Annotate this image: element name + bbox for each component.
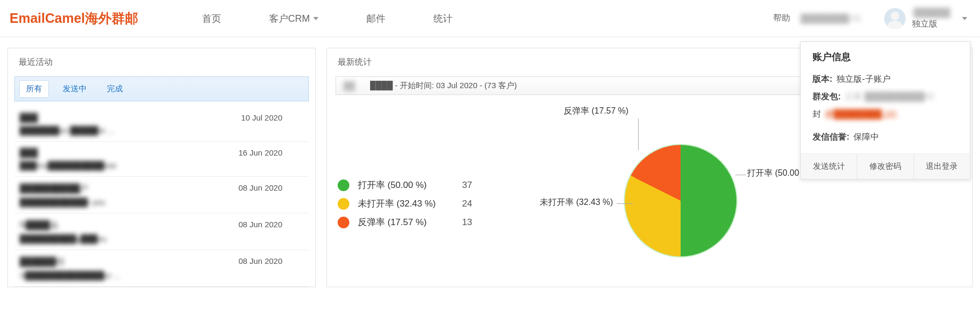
top-header: EmailCamel海外群邮 首页 客户CRM 邮件 统计 帮助 ███████… [0,0,980,37]
pie-label-bounce: 反弹率 (17.57 %) [564,106,629,117]
top-nav: 首页 客户CRM 邮件 统计 [202,12,453,25]
activity-title: N████会 [20,220,106,231]
seal-label: 封 [813,109,821,120]
legend-unopen: 未打开率 (32.43 %) 24 [338,194,502,213]
pie-chart: 反弹率 (17.57 %) 未打开率 (32.43 %) 打开率 (50.00 … [524,112,752,271]
leader-line [735,175,746,175]
seal-link[interactable]: 赠████████.24) [825,109,897,120]
activity-subtitle: ████████████r you [20,198,105,207]
logout-button[interactable]: 退出登录 [914,154,970,179]
send-stats-button[interactable]: 发送统计 [801,154,857,179]
activity-date: 08 Jun 2020 [238,220,304,243]
activity-subtitle: ███████ce █████re ... [20,126,114,135]
activity-title: ███ [20,113,114,123]
change-password-button[interactable]: 修改密码 [857,154,913,179]
user-plan: 独立版 [912,19,950,30]
popover-title: 账户信息 [813,50,958,63]
tab-sending[interactable]: 发送中 [56,81,93,97]
popover-buttons: 发送统计 修改密码 退出登录 [801,153,970,179]
nav-crm[interactable]: 客户CRM [269,12,319,25]
nav-stats[interactable]: 统计 [433,12,453,25]
activity-date: 10 Jul 2020 [241,113,304,135]
legend-open-value: 37 [462,180,472,191]
legend-unopen-label: 未打开率 (32.43 %) [358,198,454,210]
activity-title: ███ [20,148,116,158]
activity-tabs: 所有 发送中 完成 [14,76,309,101]
dot-icon [338,217,349,228]
activity-subtitle: S██████████████ur ... [20,271,120,280]
user-name: i██████ [912,7,950,19]
version-value: 独立版-子账户 [836,74,890,85]
legend-bounce: 反弹率 (17.57 %) 13 [338,213,502,231]
leader-line [638,118,639,150]
activity-title: ██████████户 [20,183,105,194]
help-link[interactable]: 帮助 [773,13,790,24]
info-seal: 封 赠████████.24) [813,106,958,123]
activity-subtitle: ███mu██████████vist [20,161,116,170]
activity-row[interactable]: ███ ███mu██████████vist 16 Jun 2020 [14,142,309,177]
avatar-icon [884,8,906,29]
activity-date: 16 Jun 2020 [238,148,304,170]
version-label: 版本: [813,74,832,85]
legend-open: 打开率 (50.00 %) 37 [338,176,502,194]
app-logo[interactable]: EmailCamel海外群邮 [10,10,138,27]
info-version: 版本: 独立版-子账户 [813,71,958,88]
header-masked-text: ████████24) [801,14,861,23]
chevron-down-icon [313,17,319,20]
quota-value: 总量 ██████████40 [845,91,934,102]
campaign-selector-label: ████ - 开始时间: 03 Jul 2020 - (73 客户) [370,81,517,91]
recent-activity-title: 最近活动 [8,48,315,76]
chevron-down-icon [962,17,967,20]
header-right: 帮助 ████████24) i██████ 独立版 [773,7,980,30]
info-quota: 群发包: 总量 ██████████40 [813,88,958,106]
legend-bounce-value: 13 [462,217,472,228]
info-reputation: 发信信誉: 保障中 [813,128,958,146]
activity-row[interactable]: ███ ███████ce █████re ... 10 Jul 2020 [14,107,309,142]
legend-unopen-value: 24 [462,199,472,209]
user-text: i██████ 独立版 [912,7,950,30]
legend-open-label: 打开率 (50.00 %) [358,179,454,191]
recent-activity-panel: 最近活动 所有 发送中 完成 ███ ███████ce █████re ...… [7,48,316,287]
account-popover: 账户信息 版本: 独立版-子账户 群发包: 总量 ██████████40 封 … [800,41,970,179]
user-menu[interactable]: i██████ 独立版 [872,7,967,30]
chart-legend: 打开率 (50.00 %) 37 未打开率 (32.43 %) 24 反弹率 (… [338,112,502,271]
dot-icon [338,198,349,210]
activity-row[interactable]: ██████绍 S██████████████ur ... 08 Jun 202… [14,250,309,287]
nav-home[interactable]: 首页 [202,12,221,25]
tab-done[interactable]: 完成 [100,81,129,97]
pie-slices [625,145,736,256]
activity-row[interactable]: ██████████户 ████████████r you 08 Jun 202… [14,177,309,213]
activity-row[interactable]: N████会 ██████████g███ou 08 Jun 2020 [14,213,309,250]
leader-line [617,203,633,204]
activity-title: ██████绍 [20,256,120,268]
nav-mail[interactable]: 邮件 [366,12,386,25]
nav-crm-label: 客户CRM [269,12,310,25]
legend-bounce-label: 反弹率 (17.57 %) [358,216,454,228]
reputation-label: 发信信誉: [813,132,849,143]
dot-icon [338,179,349,191]
pie-label-unopen: 未打开率 (32.43 %) [540,197,613,208]
tab-all[interactable]: 所有 [19,80,49,98]
activity-date: 08 Jun 2020 [238,183,304,207]
activity-date: 08 Jun 2020 [238,256,304,280]
reputation-value: 保障中 [853,132,879,143]
quota-label: 群发包: [813,91,841,102]
activity-subtitle: ██████████g███ou [20,234,106,243]
activity-list: ███ ███████ce █████re ... 10 Jul 2020 ██… [8,104,315,287]
